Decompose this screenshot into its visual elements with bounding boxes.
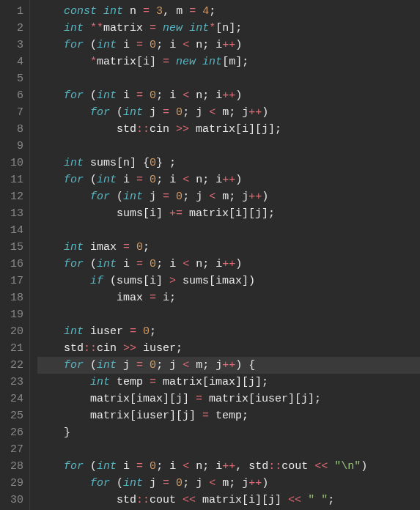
- token-pun: m; j: [215, 106, 248, 119]
- token-pun: [97, 5, 103, 18]
- token-kw: int: [97, 258, 117, 270]
- token-op: =: [189, 5, 196, 18]
- token-op: ::: [136, 494, 150, 506]
- token-pun: [37, 106, 90, 119]
- line-number-gutter: 1234567891011121314151617181920212223242…: [0, 0, 30, 510]
- token-pun: [37, 56, 90, 68]
- code-line[interactable]: for (int i = 0; i < n; i++): [37, 171, 420, 188]
- code-line[interactable]: std::cout << matrix[i][j] << " ";: [37, 492, 420, 509]
- code-line[interactable]: for (int j = 0; j < m; j++) {: [37, 357, 420, 374]
- line-number: 12: [4, 188, 23, 205]
- line-number: 17: [4, 273, 23, 289]
- token-op: <: [183, 39, 189, 51]
- token-kw: int: [202, 56, 222, 68]
- token-kw: for: [64, 460, 84, 473]
- token-pun: [37, 22, 64, 34]
- token-pun: matrix[i][j];: [183, 207, 275, 220]
- token-num: 0: [150, 89, 156, 102]
- code-line[interactable]: matrix[iuser][j] = temp;: [37, 407, 420, 424]
- token-pun: ; j: [156, 359, 183, 372]
- line-number: 28: [4, 458, 23, 475]
- token-pun: ; j: [183, 477, 209, 489]
- code-editor: 1234567891011121314151617181920212223242…: [0, 0, 420, 510]
- token-kw: int: [97, 460, 117, 473]
- code-line[interactable]: imax = i;: [37, 289, 420, 306]
- token-op: <: [183, 89, 189, 102]
- token-pun: [196, 5, 202, 18]
- line-number: 2: [4, 20, 23, 37]
- code-line[interactable]: int iuser = 0;: [37, 323, 420, 340]
- token-op: >>: [123, 342, 136, 355]
- code-line[interactable]: [37, 138, 420, 155]
- code-line[interactable]: for (int i = 0; i < n; i++, std::cout <<…: [37, 458, 420, 475]
- token-pun: [143, 359, 150, 372]
- token-kw: new: [176, 56, 196, 68]
- token-pun: , std: [235, 460, 268, 473]
- token-pun: ;: [150, 325, 156, 338]
- token-num: 0: [176, 191, 183, 203]
- token-op: ++: [248, 106, 262, 119]
- token-op: ++: [222, 258, 235, 270]
- code-line[interactable]: std::cin >> iuser;: [37, 340, 420, 357]
- token-pun: (: [110, 106, 123, 119]
- token-pun: [196, 56, 202, 68]
- code-line[interactable]: for (int j = 0; j < m; j++): [37, 104, 420, 121]
- token-op: <: [183, 258, 189, 270]
- code-line[interactable]: [37, 222, 420, 239]
- code-area[interactable]: const int n = 3, m = 4; int **matrix = n…: [30, 0, 420, 510]
- code-line[interactable]: int temp = matrix[imax][j];: [37, 374, 420, 391]
- token-kw: int: [64, 325, 84, 338]
- token-pun: ;: [328, 494, 334, 506]
- code-line[interactable]: [37, 306, 420, 323]
- token-op: =: [130, 325, 136, 338]
- code-line[interactable]: for (int j = 0; j < m; j++): [37, 188, 420, 205]
- code-line[interactable]: int **matrix = new int*[n];: [37, 20, 420, 37]
- code-line[interactable]: int sums[n] {0} ;: [37, 155, 420, 171]
- code-line[interactable]: for (int i = 0; i < n; i++): [37, 256, 420, 273]
- token-op: +=: [169, 207, 183, 220]
- code-line[interactable]: *matrix[i] = new int[m];: [37, 53, 420, 70]
- token-id: sums[n] {: [84, 157, 150, 169]
- code-line[interactable]: sums[i] += matrix[i][j];: [37, 205, 420, 222]
- code-line[interactable]: int imax = 0;: [37, 239, 420, 256]
- token-pun: [37, 89, 64, 102]
- token-kw: for: [90, 106, 110, 119]
- token-pun: [37, 258, 64, 270]
- line-number: 9: [4, 138, 23, 155]
- token-pun: ; j: [183, 191, 209, 203]
- token-op: ::: [268, 460, 281, 473]
- code-line[interactable]: for (int i = 0; i < n; i++): [37, 87, 420, 104]
- code-line[interactable]: if (sums[i] > sums[imax]): [37, 273, 420, 289]
- code-line[interactable]: [37, 70, 420, 87]
- code-line[interactable]: for (int j = 0; j < m; j++): [37, 475, 420, 492]
- token-pun: [169, 191, 176, 203]
- token-pun: cout: [281, 460, 314, 473]
- token-pun: (: [84, 258, 97, 270]
- code-line[interactable]: [37, 441, 420, 458]
- token-pun: std: [37, 342, 84, 355]
- token-op: =: [136, 89, 143, 102]
- token-pun: [37, 241, 64, 254]
- code-line[interactable]: }: [37, 424, 420, 441]
- code-line[interactable]: matrix[imax][j] = matrix[iuser][j];: [37, 391, 420, 407]
- code-line[interactable]: const int n = 3, m = 4;: [37, 3, 420, 20]
- token-pun: [37, 376, 90, 388]
- token-pun: ): [235, 174, 242, 186]
- token-pun: m; j: [215, 477, 248, 489]
- token-pun: i: [117, 39, 136, 51]
- line-number: 25: [4, 407, 23, 424]
- code-line[interactable]: std::cin >> matrix[i][j];: [37, 121, 420, 138]
- token-op: =: [150, 22, 156, 34]
- line-number: 6: [4, 87, 23, 104]
- line-number: 15: [4, 239, 23, 256]
- token-pun: [143, 39, 150, 51]
- token-pun: matrix[i]: [97, 56, 163, 68]
- token-op: =: [196, 393, 202, 405]
- token-op: <<: [314, 460, 328, 473]
- token-op: =: [150, 292, 156, 304]
- token-pun: j: [143, 477, 163, 489]
- code-line[interactable]: for (int i = 0; i < n; i++): [37, 37, 420, 53]
- token-op: =: [163, 191, 169, 203]
- token-op: =: [163, 106, 169, 119]
- token-pun: [150, 5, 156, 18]
